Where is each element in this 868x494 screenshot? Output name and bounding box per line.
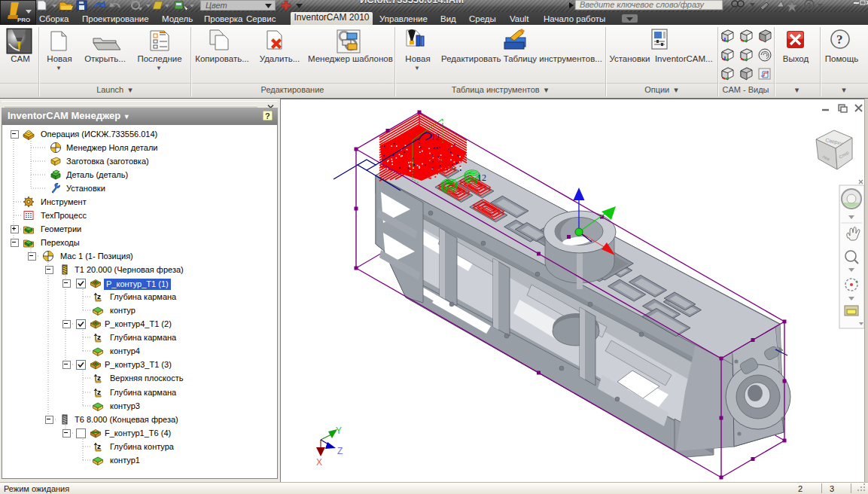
svg-text:?: ? — [265, 111, 270, 120]
svg-text:12: 12 — [477, 172, 486, 183]
svg-text:?: ? — [807, 2, 811, 9]
svg-text:Z: Z — [337, 446, 343, 456]
svg-text:PRO: PRO — [17, 17, 30, 23]
svg-text:Введите ключевое слово/фразу: Введите ключевое слово/фразу — [580, 0, 705, 9]
svg-text:?: ? — [836, 32, 843, 47]
svg-text:X: X — [316, 457, 322, 468]
svg-text:Y: Y — [336, 425, 342, 436]
svg-text:Цвет: Цвет — [206, 1, 227, 10]
svg-text:12: 12 — [431, 132, 440, 142]
